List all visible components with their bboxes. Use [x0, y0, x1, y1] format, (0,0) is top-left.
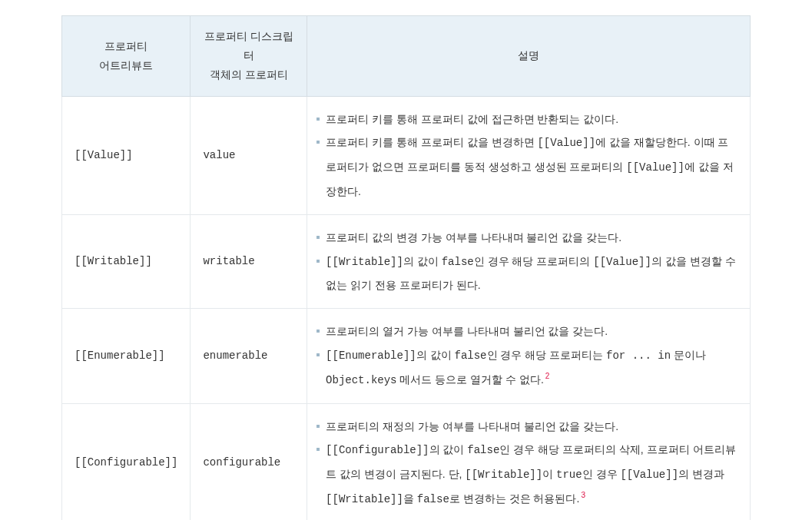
- code-span: [[Configurable]]: [326, 444, 429, 456]
- description-list: 프로퍼티 값의 변경 가능 여부를 나타내며 불리언 값을 갖는다.[[Writ…: [312, 226, 737, 297]
- code-span: Object.keys: [326, 374, 396, 386]
- code-span: false: [467, 444, 499, 456]
- attribute-cell: [[Writable]]: [62, 214, 191, 308]
- header-descriptor: 프로퍼티 디스크립터 객체의 프로퍼티: [191, 16, 307, 97]
- code-span: [[Value]]: [537, 137, 595, 149]
- code-span: [[Writable]]: [326, 493, 403, 505]
- code-span: [[Writable]]: [326, 256, 403, 268]
- list-item: [[Enumerable]]의 값이 false인 경우 해당 프로퍼티는 fo…: [312, 343, 737, 392]
- attribute-cell: [[Value]]: [62, 96, 191, 214]
- attribute-cell: [[Configurable]]: [62, 403, 191, 520]
- list-item: 프로퍼티의 재정의 가능 여부를 나타내며 불리언 값을 갖는다.: [312, 415, 737, 439]
- code-span: [[Value]]: [593, 256, 651, 268]
- code-span: false: [417, 493, 449, 505]
- table-header-row: 프로퍼티 어트리뷰트 프로퍼티 디스크립터 객체의 프로퍼티 설명: [62, 16, 751, 97]
- table-row: [[Enumerable]]enumerable프로퍼티의 열거 가능 여부를 …: [62, 309, 751, 403]
- code-span: [[Value]]: [626, 161, 684, 174]
- code-span: false: [454, 349, 486, 362]
- code-span: [[Enumerable]]: [326, 349, 416, 362]
- descriptor-cell: writable: [191, 214, 307, 308]
- table-row: [[Writable]]writable프로퍼티 값의 변경 가능 여부를 나타…: [62, 214, 751, 308]
- list-item: 프로퍼티 키를 통해 프로퍼티 값에 접근하면 반환되는 값이다.: [312, 108, 737, 131]
- description-cell: 프로퍼티의 열거 가능 여부를 나타내며 불리언 값을 갖는다.[[Enumer…: [307, 309, 751, 403]
- description-list: 프로퍼티의 열거 가능 여부를 나타내며 불리언 값을 갖는다.[[Enumer…: [312, 320, 737, 392]
- descriptor-cell: enumerable: [191, 309, 307, 403]
- code-span: false: [442, 256, 474, 268]
- list-item: 프로퍼티 키를 통해 프로퍼티 값을 변경하면 [[Value]]에 값을 재할…: [312, 131, 737, 203]
- code-span: [[Writable]]: [465, 469, 542, 481]
- description-cell: 프로퍼티의 재정의 가능 여부를 나타내며 불리언 값을 갖는다.[[Confi…: [307, 403, 751, 520]
- table-row: [[Value]]value프로퍼티 키를 통해 프로퍼티 값에 접근하면 반환…: [62, 96, 751, 214]
- description-list: 프로퍼티의 재정의 가능 여부를 나타내며 불리언 값을 갖는다.[[Confi…: [312, 415, 737, 512]
- table-row: [[Configurable]]configurable프로퍼티의 재정의 가능…: [62, 403, 751, 520]
- list-item: [[Configurable]]의 값이 false인 경우 해당 프로퍼티의 …: [312, 438, 737, 511]
- footnote-ref: 3: [581, 491, 585, 499]
- description-cell: 프로퍼티 값의 변경 가능 여부를 나타내며 불리언 값을 갖는다.[[Writ…: [307, 214, 751, 308]
- description-list: 프로퍼티 키를 통해 프로퍼티 값에 접근하면 반환되는 값이다.프로퍼티 키를…: [312, 108, 737, 204]
- code-span: true: [556, 469, 582, 481]
- descriptor-cell: value: [191, 96, 307, 214]
- code-span: [[Value]]: [620, 469, 678, 481]
- attribute-cell: [[Enumerable]]: [62, 309, 191, 403]
- list-item: 프로퍼티 값의 변경 가능 여부를 나타내며 불리언 값을 갖는다.: [312, 226, 737, 250]
- property-attributes-table: 프로퍼티 어트리뷰트 프로퍼티 디스크립터 객체의 프로퍼티 설명 [[Valu…: [61, 15, 751, 520]
- header-description: 설명: [307, 16, 751, 97]
- descriptor-cell: configurable: [191, 403, 307, 520]
- footnote-ref: 2: [545, 372, 550, 380]
- list-item: [[Writable]]의 값이 false인 경우 해당 프로퍼티의 [[Va…: [312, 250, 737, 298]
- code-span: for ... in: [606, 349, 671, 362]
- list-item: 프로퍼티의 열거 가능 여부를 나타내며 불리언 값을 갖는다.: [312, 320, 737, 343]
- description-cell: 프로퍼티 키를 통해 프로퍼티 값에 접근하면 반환되는 값이다.프로퍼티 키를…: [307, 96, 751, 214]
- header-attribute: 프로퍼티 어트리뷰트: [62, 16, 191, 97]
